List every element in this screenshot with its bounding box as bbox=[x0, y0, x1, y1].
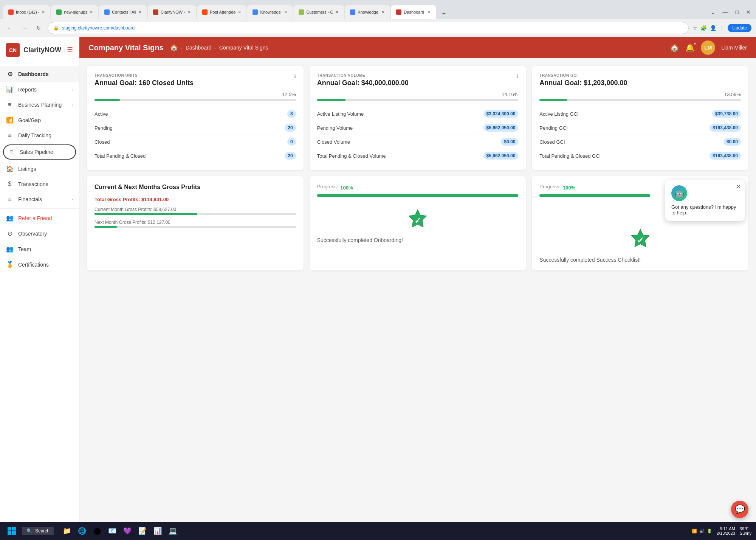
app-container: CN ClarityNOW ☰ ⊙ Dashboards 📊 Reports ›… bbox=[0, 37, 756, 540]
units-metric-active: Active 8 bbox=[94, 107, 296, 121]
taskbar-app-edge[interactable]: 🌐 bbox=[75, 524, 89, 538]
extension-icon[interactable]: 🧩 bbox=[700, 25, 707, 31]
tab-gmail[interactable]: Inbox (142) - ✕ bbox=[3, 5, 50, 19]
sidebar-item-team[interactable]: 👥 Team bbox=[0, 241, 79, 257]
tab-customers[interactable]: Customers - C ✕ bbox=[293, 5, 344, 19]
tab-dashboard[interactable]: Dashboard ✕ bbox=[391, 5, 436, 19]
bookmark-star-icon[interactable]: ☆ bbox=[692, 25, 697, 31]
tab-close-dashboard[interactable]: ✕ bbox=[428, 10, 431, 15]
tab-contacts[interactable]: Contacts | All ✕ bbox=[99, 5, 147, 19]
sidebar-item-sales-pipeline[interactable]: ≡ Sales Pipeline bbox=[3, 144, 76, 160]
sidebar-item-financials[interactable]: ≡ Financials › bbox=[0, 192, 79, 207]
tab-overflow-button[interactable]: ⌄ bbox=[708, 8, 717, 16]
sidebar-item-business-planning[interactable]: ≡ Business Planning › bbox=[0, 97, 79, 112]
reload-button[interactable]: ↻ bbox=[33, 23, 44, 33]
sidebar-item-daily-tracking[interactable]: ≡ Daily Tracking bbox=[0, 128, 79, 143]
taskbar-app-chrome[interactable]: ⬤ bbox=[90, 524, 104, 538]
gci-active-listing-value: $39,738.00 bbox=[712, 110, 741, 118]
onboarding-badge-icon: ✓ bbox=[317, 208, 519, 234]
tab-close-post-attendee[interactable]: ✕ bbox=[238, 10, 241, 15]
units-info-icon[interactable]: ℹ bbox=[294, 73, 296, 79]
tab-close-claritynow[interactable]: ✕ bbox=[187, 10, 191, 15]
taskbar-system-icons: 📶 🔊 🔋 bbox=[692, 529, 712, 534]
transaction-units-card: ℹ TRANSACTION UNITS Annual Goal: 160 Clo… bbox=[87, 66, 304, 170]
sidebar-item-transactions[interactable]: $ Transactions bbox=[0, 177, 79, 192]
sidebar-item-reports[interactable]: 📊 Reports › bbox=[0, 82, 79, 97]
forward-button[interactable]: → bbox=[19, 23, 29, 33]
maximize-button[interactable]: □ bbox=[733, 8, 741, 16]
taskbar-search[interactable]: 🔍 Search bbox=[22, 527, 54, 535]
tab-favicon-post-attendee bbox=[202, 9, 208, 15]
tab-claritynow[interactable]: ClarityNOW - ✕ bbox=[148, 5, 196, 19]
hamburger-icon[interactable]: ☰ bbox=[67, 46, 73, 54]
tab-close-knowledge1[interactable]: ✕ bbox=[284, 10, 287, 15]
business-planning-icon: ≡ bbox=[6, 101, 14, 108]
svg-rect-8 bbox=[8, 531, 11, 535]
chat-fab-button[interactable]: 💬 bbox=[731, 501, 748, 518]
gci-total-label: Total Pending & Closed GCI bbox=[539, 153, 601, 159]
address-text: staging.claritynowre.com/dashboard bbox=[62, 25, 683, 31]
bell-notification-dot: ▼ bbox=[693, 42, 696, 46]
sidebar-item-refer-friend[interactable]: 👥 Refer a Friend bbox=[0, 210, 79, 226]
taskbar-app-mail[interactable]: 📧 bbox=[105, 524, 119, 538]
bell-wrapper[interactable]: 🔔 ▼ bbox=[685, 43, 695, 52]
tab-close-knowledge2[interactable]: ✕ bbox=[381, 10, 385, 15]
taskbar-app-explorer[interactable]: 📁 bbox=[60, 524, 74, 538]
more-options-icon[interactable]: ⋮ bbox=[719, 25, 725, 31]
taskbar-app-excel[interactable]: 📊 bbox=[151, 524, 164, 538]
back-button[interactable]: ← bbox=[5, 23, 15, 33]
taskbar-app-teams[interactable]: 💜 bbox=[121, 524, 134, 538]
chat-close-icon[interactable]: ✕ bbox=[736, 183, 741, 190]
start-button[interactable] bbox=[5, 524, 19, 538]
breadcrumb-dashboard[interactable]: Dashboard bbox=[186, 45, 212, 51]
tab-knowledge1[interactable]: Knowledge ✕ bbox=[247, 5, 293, 19]
sidebar-item-certifications[interactable]: 🏅 Certifications bbox=[0, 257, 79, 272]
taskbar-app-dell[interactable]: 💻 bbox=[166, 524, 180, 538]
tab-close-customers[interactable]: ✕ bbox=[335, 10, 339, 15]
sidebar-logo-area: CN ClarityNOW ☰ bbox=[0, 37, 79, 63]
tab-post-attendee[interactable]: Post Attendee ✕ bbox=[197, 5, 247, 19]
sidebar-label-goal-gap: Goal/Gap bbox=[18, 117, 73, 123]
update-button[interactable]: Update bbox=[728, 24, 751, 32]
tab-knowledge2[interactable]: Knowledge ✕ bbox=[345, 5, 390, 19]
header-left: Company Vital Signs 🏠 - Dashboard - Comp… bbox=[88, 43, 268, 52]
tab-favicon-knowledge2 bbox=[350, 9, 355, 15]
volume-total-label: Total Pending & Closed Volume bbox=[317, 153, 386, 159]
tab-favicon-dashboard bbox=[396, 9, 401, 15]
toolbar-right: ☆ 🧩 👤 ⋮ Update bbox=[692, 24, 751, 32]
taskbar-app-word[interactable]: 📝 bbox=[136, 524, 149, 538]
volume-progress-bar-bg bbox=[317, 99, 519, 101]
gci-card-title: Annual Goal: $1,203,000.00 bbox=[539, 79, 741, 87]
onboarding-progress-value: 100% bbox=[340, 185, 353, 191]
breadcrumb-vital-signs[interactable]: Company Vital Signs bbox=[219, 45, 268, 51]
home-header-icon[interactable]: 🏠 bbox=[670, 43, 679, 52]
sidebar-item-goal-gap[interactable]: 📶 Goal/Gap bbox=[0, 112, 79, 128]
volume-info-icon[interactable]: ℹ bbox=[516, 73, 518, 79]
address-bar[interactable]: 🔒 staging.claritynowre.com/dashboard bbox=[48, 22, 689, 34]
tab-close-new-signups[interactable]: ✕ bbox=[90, 10, 93, 15]
new-tab-button[interactable]: + bbox=[438, 8, 449, 19]
onboarding-bar-fill bbox=[317, 194, 519, 197]
chat-popup-message: Got any questions? I'm happy to help. bbox=[671, 204, 739, 216]
gci-pending-label: Pending GCI bbox=[539, 125, 567, 131]
taskbar-apps: 📁 🌐 ⬤ 📧 💜 📝 📊 💻 bbox=[60, 524, 180, 538]
browser-tabs-bar: Inbox (142) - ✕ new-signups ✕ Contacts |… bbox=[0, 0, 756, 19]
volume-active-listing-label: Active Listing Volume bbox=[317, 111, 364, 117]
taskbar-temp: 39°F bbox=[740, 526, 748, 531]
close-window-button[interactable]: ✕ bbox=[744, 8, 753, 16]
gci-active-listing-label: Active Listing GCI bbox=[539, 111, 578, 117]
sidebar-label-listings: Listings bbox=[18, 166, 73, 172]
sidebar-item-observatory[interactable]: ⊙ Observatory bbox=[0, 226, 79, 241]
minimize-button[interactable]: — bbox=[720, 8, 730, 16]
breadcrumb-home-icon[interactable]: 🏠 bbox=[170, 43, 178, 52]
gci-metric-active-listing: Active Listing GCI $39,738.00 bbox=[539, 107, 741, 121]
units-total-label: Total Pending & Closed bbox=[94, 153, 146, 159]
profile-icon[interactable]: 👤 bbox=[710, 25, 716, 31]
sidebar-item-dashboards[interactable]: ⊙ Dashboards bbox=[0, 66, 79, 82]
sidebar-item-listings[interactable]: 🏠 Listings bbox=[0, 161, 79, 177]
tab-close-gmail[interactable]: ✕ bbox=[42, 10, 45, 15]
volume-closed-label: Closed Volume bbox=[317, 139, 350, 145]
taskbar: 🔍 Search 📁 🌐 ⬤ 📧 💜 📝 📊 💻 📶 🔊 🔋 9:11 AM 2… bbox=[0, 522, 756, 540]
tab-new-signups[interactable]: new-signups ✕ bbox=[51, 5, 98, 19]
tab-close-contacts[interactable]: ✕ bbox=[138, 10, 142, 15]
